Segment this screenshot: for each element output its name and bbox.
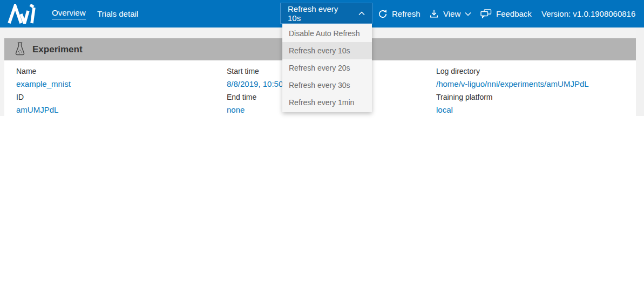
feedback-label: Feedback bbox=[496, 9, 532, 18]
menu-item-refresh-every-10s[interactable]: Refresh every 10s bbox=[282, 42, 372, 59]
field-value-log-directory: /home/v-liguo/nni/experiments/amUMJPdL bbox=[436, 78, 589, 91]
field-label-end-time: End time bbox=[227, 91, 283, 104]
auto-refresh-menu: Disable Auto Refresh Refresh every 10s R… bbox=[282, 24, 372, 112]
chevron-down-icon bbox=[465, 12, 471, 16]
version-text: Version: v1.0.1908060816 bbox=[541, 0, 635, 27]
field-label-log-directory: Log directory bbox=[436, 65, 589, 78]
chevron-up-icon bbox=[358, 11, 365, 16]
refresh-button[interactable]: Refresh bbox=[378, 0, 421, 27]
experiment-column-3: Log directory /home/v-liguo/nni/experime… bbox=[436, 65, 589, 116]
tab-trials-detail[interactable]: Trials detail bbox=[97, 0, 138, 27]
auto-refresh-dropdown-button[interactable]: Refresh every 10s bbox=[280, 3, 372, 24]
view-dropdown-button[interactable]: View bbox=[429, 0, 471, 27]
field-label-id: ID bbox=[16, 91, 71, 104]
download-icon bbox=[429, 9, 439, 18]
field-value-name: example_mnist bbox=[16, 78, 71, 91]
experiment-column-2: Start time 8/8/2019, 10:50 End time none bbox=[227, 65, 283, 116]
feedback-button[interactable]: Feedback bbox=[480, 0, 532, 27]
view-label: View bbox=[443, 9, 460, 18]
tab-overview-label: Overview bbox=[52, 8, 86, 19]
auto-refresh-dropdown-label: Refresh every 10s bbox=[288, 4, 352, 23]
field-value-start-time: 8/8/2019, 10:50 bbox=[227, 78, 283, 91]
tab-overview[interactable]: Overview bbox=[52, 0, 86, 27]
refresh-icon bbox=[378, 9, 388, 19]
tab-trials-detail-label: Trials detail bbox=[97, 9, 138, 18]
flask-icon bbox=[15, 41, 25, 58]
experiment-section-title: Experiment bbox=[32, 44, 83, 55]
field-label-name: Name bbox=[16, 65, 71, 78]
refresh-label: Refresh bbox=[392, 9, 421, 18]
nni-logo-icon bbox=[8, 4, 40, 26]
menu-item-disable-auto-refresh[interactable]: Disable Auto Refresh bbox=[282, 25, 372, 42]
menu-item-refresh-every-30s[interactable]: Refresh every 30s bbox=[282, 77, 372, 94]
menu-item-refresh-every-1min[interactable]: Refresh every 1min bbox=[282, 94, 372, 111]
field-value-id: amUMJPdL bbox=[16, 104, 71, 116]
menu-item-refresh-every-20s[interactable]: Refresh every 20s bbox=[282, 59, 372, 77]
field-label-training-platform: Training platform bbox=[436, 91, 589, 104]
field-value-end-time: none bbox=[227, 104, 283, 116]
feedback-icon bbox=[480, 9, 492, 18]
field-value-training-platform: local bbox=[436, 104, 589, 116]
scrollbar-track[interactable] bbox=[636, 27, 644, 116]
experiment-column-1: Name example_mnist ID amUMJPdL bbox=[16, 65, 71, 116]
field-label-start-time: Start time bbox=[227, 65, 283, 78]
